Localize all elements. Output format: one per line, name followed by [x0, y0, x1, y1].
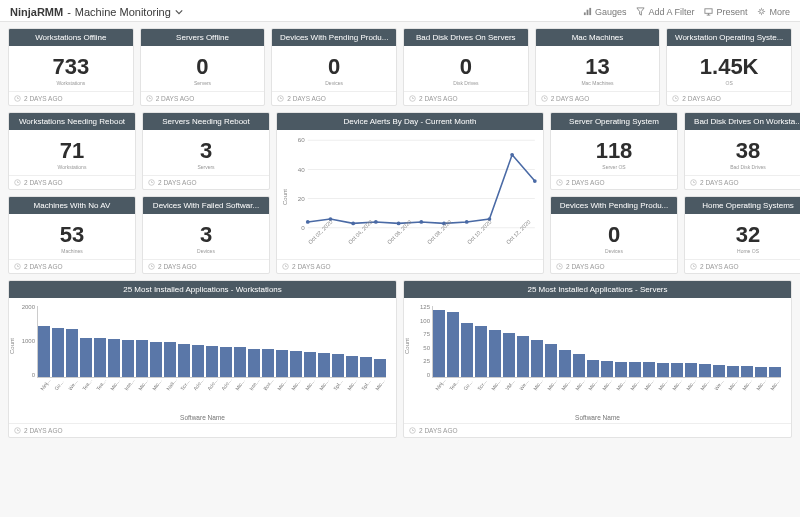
bar[interactable]	[559, 350, 571, 377]
stat-caption: OS	[726, 80, 733, 86]
clock-icon	[672, 95, 679, 102]
bar[interactable]	[150, 342, 162, 378]
stat-panel[interactable]: Mac Machines13Mac Machines2 DAYS AGO	[535, 28, 661, 106]
bar[interactable]	[475, 326, 487, 377]
stat-body: 71Workstations	[9, 130, 135, 175]
clock-icon	[14, 95, 21, 102]
svg-point-4	[760, 10, 764, 14]
bar[interactable]	[234, 347, 246, 377]
stat-panel[interactable]: Machines With No AV53Machines2 DAYS AGO	[8, 196, 136, 274]
bar[interactable]	[727, 366, 739, 377]
dashboard-title[interactable]: NinjaRMM - Machine Monitoring	[10, 6, 183, 18]
x-axis-label: Software Name	[410, 414, 785, 423]
bar[interactable]	[447, 312, 459, 377]
bar[interactable]	[587, 360, 599, 377]
stat-body: 118Server OS	[551, 130, 677, 175]
bar[interactable]	[52, 328, 64, 377]
bar[interactable]	[108, 339, 120, 377]
bar[interactable]	[531, 340, 543, 377]
panel-header: Mac Machines	[536, 29, 660, 46]
bar-chart-servers[interactable]: 25 Most Installed Applications - Servers…	[403, 280, 792, 438]
page-title: Machine Monitoring	[75, 6, 171, 18]
bar[interactable]	[643, 362, 655, 377]
bar[interactable]	[769, 367, 781, 377]
bar[interactable]	[713, 365, 725, 377]
clock-icon	[556, 263, 563, 270]
bar[interactable]	[601, 361, 613, 377]
bar[interactable]	[164, 342, 176, 377]
bar[interactable]	[66, 329, 78, 377]
bar[interactable]	[545, 344, 557, 377]
stat-panel[interactable]: Workstations Offline733Workstations2 DAY…	[8, 28, 134, 106]
bar[interactable]	[94, 338, 106, 377]
panel-header: Machines With No AV	[9, 197, 135, 214]
bar[interactable]	[136, 340, 148, 377]
bar[interactable]	[332, 354, 344, 377]
stat-panel[interactable]: Devices With Failed Softwar...3Devices2 …	[142, 196, 270, 274]
panel-header: Devices With Pending Produ...	[551, 197, 677, 214]
bar[interactable]	[755, 367, 767, 377]
stat-panel[interactable]: Devices With Pending Produ...0Devices2 D…	[271, 28, 397, 106]
panel-header: Workstation Operating Syste...	[667, 29, 791, 46]
gear-icon	[757, 7, 766, 16]
bar[interactable]	[374, 359, 386, 377]
svg-rect-2	[589, 8, 591, 15]
bar[interactable]	[38, 326, 50, 377]
stat-panel[interactable]: Workstation Operating Syste...1.45KOS2 D…	[666, 28, 792, 106]
bar[interactable]	[276, 350, 288, 377]
panel-header: Home Operating Systems	[685, 197, 800, 214]
stat-value: 1.45K	[700, 56, 759, 78]
stat-panel[interactable]: Servers Needing Reboot3Servers2 DAYS AGO	[142, 112, 270, 190]
bar[interactable]	[517, 336, 529, 377]
bar[interactable]	[461, 323, 473, 377]
panel-header: 25 Most Installed Applications - Worksta…	[9, 281, 396, 298]
bar[interactable]	[304, 352, 316, 377]
bar[interactable]	[489, 330, 501, 377]
stats-row-1: Workstations Offline733Workstations2 DAY…	[8, 28, 792, 106]
stat-body: 13Mac Machines	[536, 46, 660, 91]
stat-panel[interactable]: Home Operating Systems32Home OS2 DAYS AG…	[684, 196, 800, 274]
panel-footer: 2 DAYS AGO	[551, 175, 677, 189]
bar-chart-workstations[interactable]: 25 Most Installed Applications - Worksta…	[8, 280, 397, 438]
stat-panel[interactable]: Workstations Needing Reboot71Workstation…	[8, 112, 136, 190]
bar[interactable]	[360, 357, 372, 377]
bar[interactable]	[671, 363, 683, 377]
bar[interactable]	[206, 346, 218, 377]
stat-panel[interactable]: Servers Offline0Servers2 DAYS AGO	[140, 28, 266, 106]
stat-panel[interactable]: Server Operating System118Server OS2 DAY…	[550, 112, 678, 190]
bar[interactable]	[318, 353, 330, 377]
bar[interactable]	[629, 362, 641, 377]
bar[interactable]	[220, 347, 232, 377]
bar[interactable]	[80, 338, 92, 377]
gauges-button[interactable]: Gauges	[583, 7, 627, 17]
line-chart-panel[interactable]: Device Alerts By Day - Current Month Cou…	[276, 112, 544, 274]
bar[interactable]	[657, 363, 669, 377]
stat-caption: Servers	[197, 164, 214, 170]
stat-body: 3Servers	[143, 130, 269, 175]
bar[interactable]	[433, 310, 445, 377]
bar[interactable]	[122, 340, 134, 377]
bar[interactable]	[262, 349, 274, 377]
panel-footer: 2 DAYS AGO	[404, 423, 791, 437]
stat-value: 3	[200, 140, 212, 162]
bar[interactable]	[741, 366, 753, 377]
bar[interactable]	[573, 354, 585, 377]
bar[interactable]	[178, 344, 190, 377]
bar[interactable]	[192, 345, 204, 377]
bar[interactable]	[346, 356, 358, 377]
bar[interactable]	[685, 363, 697, 377]
bar[interactable]	[290, 351, 302, 377]
bar[interactable]	[699, 364, 711, 377]
bar[interactable]	[503, 333, 515, 377]
present-button[interactable]: Present	[704, 7, 747, 17]
stat-panel[interactable]: Devices With Pending Produ...0Devices2 D…	[550, 196, 678, 274]
stat-value: 71	[60, 140, 84, 162]
stat-panel[interactable]: Bad Disk Drives On Servers0Disk Drives2 …	[403, 28, 529, 106]
bar[interactable]	[248, 349, 260, 377]
bar[interactable]	[615, 362, 627, 377]
add-filter-button[interactable]: Add A Filter	[636, 7, 694, 17]
panel-footer: 2 DAYS AGO	[404, 91, 528, 105]
stat-value: 53	[60, 224, 84, 246]
stat-panel[interactable]: Bad Disk Drives On Worksta...38Bad Disk …	[684, 112, 800, 190]
more-button[interactable]: More	[757, 7, 790, 17]
